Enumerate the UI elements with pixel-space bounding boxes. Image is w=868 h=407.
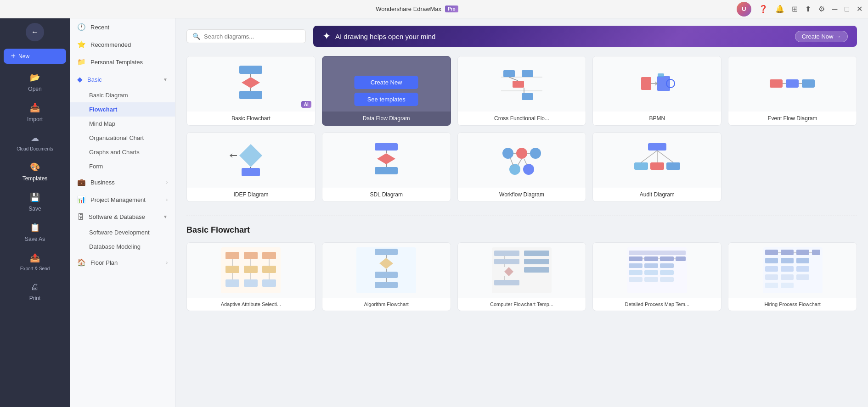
import-label: Import <box>27 116 43 123</box>
close-button[interactable]: ✕ <box>857 5 862 13</box>
svg-rect-47 <box>648 143 666 151</box>
nav-recent[interactable]: 🕐 Recent <box>70 18 175 36</box>
svg-marker-1 <box>242 77 260 88</box>
new-button[interactable]: + New <box>4 49 67 64</box>
nav-flowchart[interactable]: Flowchart <box>70 102 175 117</box>
template-hiring[interactable]: Hiring Process Flowchart <box>728 242 857 311</box>
template-section: Basic Flowchart <box>186 225 857 311</box>
audit-label: Audit Diagram <box>593 188 721 201</box>
nav-recommended[interactable]: ⭐ Recommended <box>70 36 175 53</box>
nav-floor-plan[interactable]: 🏠 Floor Plan › <box>70 254 175 271</box>
diagram-card-data-flow[interactable]: Create New See templates Data Flow Diagr… <box>322 56 451 126</box>
ai-badge: AI <box>301 101 311 108</box>
nav-basic[interactable]: ◆ Basic ▼ <box>70 71 175 88</box>
app-body: ← + New 📂 Open 📥 Import ☁ Cloud Document… <box>0 18 868 407</box>
sidebar-item-templates[interactable]: 🎨 Templates <box>0 156 70 186</box>
sidebar-item-open[interactable]: 📂 Open <box>0 67 70 97</box>
svg-rect-122 <box>781 283 794 288</box>
title-bar: Wondershare EdrawMax Pro U ❓ 🔔 ⊞ ⬆ ⚙ ─ □… <box>0 0 868 18</box>
nav-project-mgmt[interactable]: 📊 Project Management › <box>70 191 175 208</box>
svg-rect-0 <box>239 66 262 74</box>
nav-software-dev[interactable]: Software Development <box>70 225 175 240</box>
diagram-section: AI Basic Flowchart <box>186 56 857 202</box>
nav-personal[interactable]: 📁 Personal Templates <box>70 53 175 71</box>
sidebar-item-print[interactable]: 🖨 Print <box>0 276 70 306</box>
svg-rect-57 <box>262 252 276 259</box>
diagram-card-event-flow[interactable]: Event Flow Diagram <box>728 56 857 126</box>
search-input[interactable] <box>204 33 300 40</box>
maximize-button[interactable]: □ <box>845 5 849 13</box>
svg-rect-103 <box>660 277 674 282</box>
apps-icon[interactable]: ⊞ <box>792 5 798 13</box>
svg-rect-83 <box>524 251 549 256</box>
templates-icon: 🎨 <box>28 161 41 173</box>
svg-rect-14 <box>513 81 524 88</box>
nav-org-chart[interactable]: Organizational Chart <box>70 131 175 145</box>
notification-icon[interactable]: 🔔 <box>775 5 784 13</box>
svg-rect-60 <box>262 266 276 273</box>
nav-mind-map[interactable]: Mind Map <box>70 117 175 131</box>
help-icon[interactable]: ❓ <box>759 5 768 13</box>
diagram-card-bpmn[interactable]: BPMN <box>592 56 721 126</box>
svg-rect-92 <box>644 256 658 261</box>
svg-rect-117 <box>796 266 809 272</box>
open-icon: 📂 <box>28 71 41 84</box>
minimize-button[interactable]: ─ <box>832 5 837 13</box>
hiring-preview <box>728 243 857 298</box>
create-new-button[interactable]: Create New <box>355 76 418 89</box>
share-icon[interactable]: ⬆ <box>805 5 811 13</box>
computer-label: Computer Flowchart Temp... <box>458 298 586 311</box>
save-label: Save <box>28 206 41 212</box>
print-icon: 🖨 <box>28 280 41 293</box>
diagram-card-audit[interactable]: Audit Diagram <box>592 132 721 202</box>
svg-rect-62 <box>244 279 258 287</box>
nav-business-label: Business <box>90 179 115 186</box>
sidebar-item-cloud[interactable]: ☁ Cloud Documents <box>0 127 70 156</box>
diagram-card-cross-functional[interactable]: Cross Functional Flo... <box>457 56 586 126</box>
nav-graphs-charts[interactable]: Graphs and Charts <box>70 145 175 159</box>
diagram-card-sdl[interactable]: SDL Diagram <box>322 132 451 202</box>
svg-rect-23 <box>770 79 783 88</box>
svg-rect-115 <box>765 266 778 272</box>
svg-rect-80 <box>494 259 519 264</box>
see-templates-button[interactable]: See templates <box>355 93 418 106</box>
template-computer[interactable]: Computer Flowchart Temp... <box>457 242 586 311</box>
svg-rect-49 <box>650 162 664 170</box>
svg-rect-25 <box>802 79 815 88</box>
nav-form[interactable]: Form <box>70 159 175 173</box>
svg-rect-61 <box>225 279 239 287</box>
template-algorithm[interactable]: Algorithm Flowchart <box>322 242 451 311</box>
diagram-card-idef[interactable]: IDEF Diagram <box>186 132 316 202</box>
nav-software-db[interactable]: 🗄 Software & Database ▼ <box>70 208 175 225</box>
business-icon: 💼 <box>77 178 86 186</box>
diagram-card-basic-flowchart[interactable]: AI Basic Flowchart <box>186 56 316 126</box>
template-adaptive[interactable]: Adaptive Attribute Selecti... <box>186 242 316 311</box>
audit-preview <box>593 133 721 188</box>
svg-rect-116 <box>781 266 794 272</box>
svg-rect-84 <box>524 259 549 264</box>
template-detailed[interactable]: Detailed Process Map Tem... <box>592 242 721 311</box>
save-icon: 💾 <box>28 191 41 204</box>
nav-business[interactable]: 💼 Business › <box>70 173 175 191</box>
svg-rect-73 <box>375 272 398 278</box>
section-divider <box>186 216 857 216</box>
sidebar-item-import[interactable]: 📥 Import <box>0 97 70 127</box>
flowchart-label: Flowchart <box>89 106 117 113</box>
back-button[interactable]: ← <box>26 23 44 41</box>
ai-create-now-button[interactable]: Create Now → <box>795 31 848 42</box>
nav-db-modeling[interactable]: Database Modeling <box>70 240 175 254</box>
sidebar-item-export[interactable]: 📤 Export & Send <box>0 247 70 276</box>
svg-rect-59 <box>244 266 258 273</box>
diagram-card-workflow[interactable]: Workflow Diagram <box>457 132 586 202</box>
idef-preview <box>187 133 315 188</box>
avatar[interactable]: U <box>737 2 751 17</box>
nav-basic-diagram[interactable]: Basic Diagram <box>70 88 175 102</box>
workflow-preview <box>458 133 586 188</box>
sidebar-item-saveas[interactable]: 📋 Save As <box>0 217 70 247</box>
svg-rect-98 <box>629 270 643 275</box>
search-box[interactable]: 🔍 <box>186 29 306 43</box>
sidebar-item-save[interactable]: 💾 Save <box>0 186 70 217</box>
search-icon: 🔍 <box>192 33 200 40</box>
svg-line-53 <box>657 151 673 162</box>
settings-icon[interactable]: ⚙ <box>818 5 825 13</box>
